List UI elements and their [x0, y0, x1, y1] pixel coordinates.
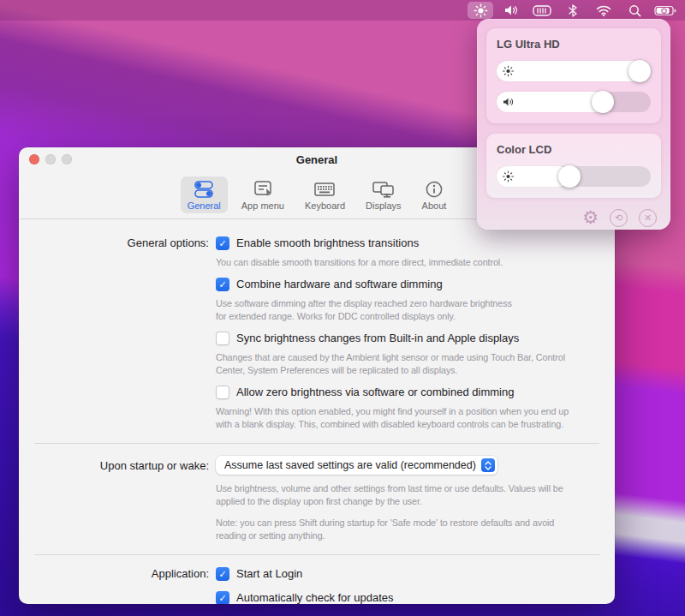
- checkbox-row-sync-brightness[interactable]: Sync brightness changes from Built-in an…: [216, 332, 591, 345]
- gear-icon[interactable]: ⚙: [582, 209, 599, 227]
- panel-footer: ⚙ ⟲ ✕: [486, 198, 661, 227]
- display-card-color-lcd: Color LCD: [486, 134, 661, 198]
- slider-knob[interactable]: [628, 60, 651, 82]
- section-general-options: General options: Enable smooth brightnes…: [19, 236, 615, 440]
- battery-charging-icon: [654, 5, 677, 16]
- tab-label: App menu: [241, 200, 284, 211]
- display-name: Color LCD: [497, 143, 651, 156]
- checkbox-row-start-at-login[interactable]: Start at Login: [216, 567, 591, 581]
- brightness-icon: [474, 3, 488, 18]
- display-meter-menu-item[interactable]: [529, 2, 555, 19]
- helper-text: Use software dimming after the display r…: [216, 297, 591, 323]
- section-label: General options:: [19, 236, 216, 440]
- zoom-window-button[interactable]: [62, 154, 72, 164]
- brightness-dropdown-panel: LG Ultra HD Color LCD: [477, 19, 670, 230]
- tab-displays[interactable]: Displays: [359, 176, 408, 213]
- checkbox[interactable]: [216, 278, 229, 291]
- info-icon: [425, 180, 444, 199]
- startup-dropdown[interactable]: Assume last saved settings are valid (re…: [216, 456, 497, 475]
- tab-label: General: [188, 200, 221, 211]
- checkbox[interactable]: [216, 386, 229, 399]
- helper-text: Warning! With this option enabled, you m…: [216, 405, 591, 431]
- checkbox-label: Start at Login: [236, 567, 302, 581]
- checkbox-label: Sync brightness changes from Built-in an…: [236, 332, 519, 345]
- checkbox-label: Allow zero brightness via software or co…: [236, 386, 514, 399]
- app-menu-icon: [252, 180, 274, 199]
- section-separator: [34, 443, 599, 444]
- checkbox[interactable]: [216, 332, 229, 345]
- brightness-menu-item[interactable]: [468, 2, 493, 19]
- brightness-slider[interactable]: [497, 61, 651, 81]
- minimize-window-button[interactable]: [45, 154, 56, 164]
- bluetooth-menu-item[interactable]: [560, 2, 586, 19]
- volume-icon: [503, 4, 519, 16]
- section-application: Application: Start at Login Automaticall…: [19, 567, 615, 604]
- wifi-icon: [596, 5, 611, 16]
- close-window-button[interactable]: [29, 154, 39, 164]
- displays-icon: [372, 180, 396, 199]
- display-card-lg-ultra-hd: LG Ultra HD: [486, 28, 661, 123]
- battery-menu-item[interactable]: [652, 2, 678, 19]
- slider-knob[interactable]: [592, 91, 614, 113]
- checkbox-label: Combine hardware and software dimming: [236, 278, 443, 291]
- tab-label: Displays: [366, 200, 402, 211]
- close-icon[interactable]: ✕: [639, 209, 657, 227]
- chevron-up-down-icon: [481, 458, 495, 472]
- refresh-icon[interactable]: ⟲: [610, 209, 628, 227]
- slider-fill: [497, 61, 651, 81]
- tab-keyboard[interactable]: Keyboard: [298, 176, 352, 213]
- volume-slider[interactable]: [497, 92, 651, 112]
- search-icon: [628, 4, 641, 17]
- section-label: Upon startup or wake:: [19, 456, 216, 551]
- helper-text: You can disable smooth transitions for a…: [216, 256, 591, 269]
- section-label: Application:: [19, 567, 216, 604]
- helper-text: Changes that are caused by the Ambient l…: [216, 351, 591, 377]
- dropdown-value: Assume last saved settings are valid (re…: [224, 459, 476, 471]
- search-menu-item[interactable]: [622, 2, 647, 19]
- checkbox-label: Automatically check for updates: [236, 591, 394, 604]
- tab-label: About: [422, 200, 447, 211]
- checkbox-row-combine-dimming[interactable]: Combine hardware and software dimming: [216, 278, 591, 291]
- sun-icon: [503, 171, 514, 182]
- speaker-icon: [503, 98, 514, 107]
- section-separator: [34, 554, 599, 555]
- tab-about[interactable]: About: [415, 176, 454, 213]
- sun-icon: [503, 66, 514, 77]
- checkbox-label: Enable smooth brightness transitions: [236, 236, 419, 250]
- checkbox[interactable]: [216, 236, 229, 250]
- settings-content: General options: Enable smooth brightnes…: [19, 219, 615, 604]
- section-startup: Upon startup or wake: Assume last saved …: [19, 456, 615, 551]
- checkbox[interactable]: [216, 567, 229, 581]
- checkbox-row-auto-updates[interactable]: Automatically check for updates: [216, 591, 591, 604]
- display-meter-icon: [533, 5, 551, 16]
- checkbox[interactable]: [216, 591, 229, 604]
- window-title: General: [296, 153, 337, 166]
- desktop: LG Ultra HD Color LCD: [0, 0, 685, 616]
- menu-bar: [0, 0, 685, 21]
- display-name: LG Ultra HD: [497, 38, 651, 51]
- brightness-slider[interactable]: [497, 166, 651, 187]
- tab-label: Keyboard: [305, 200, 345, 211]
- traffic-lights: [29, 154, 72, 164]
- note-text: Note: you can press Shift during startup…: [216, 517, 591, 542]
- tab-app-menu[interactable]: App menu: [235, 176, 291, 213]
- checkbox-row-smooth-transitions[interactable]: Enable smooth brightness transitions: [216, 236, 591, 250]
- checkbox-row-zero-brightness[interactable]: Allow zero brightness via software or co…: [216, 386, 591, 399]
- slider-knob[interactable]: [558, 165, 581, 188]
- bluetooth-icon: [569, 4, 577, 17]
- wifi-menu-item[interactable]: [591, 2, 616, 19]
- toggles-icon: [193, 180, 215, 199]
- helper-text: Use brightness, volume and other setting…: [216, 482, 591, 508]
- keyboard-icon: [313, 180, 336, 199]
- tab-general[interactable]: General: [181, 176, 228, 213]
- volume-menu-item[interactable]: [498, 2, 524, 19]
